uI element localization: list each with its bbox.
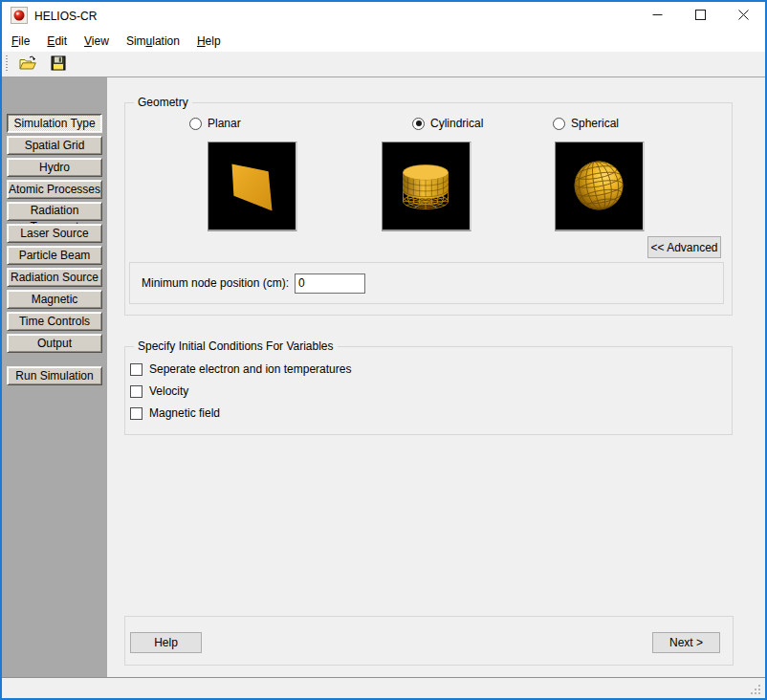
- footer-panel: Help Next >: [124, 616, 734, 666]
- sidebar-item-particle-beam[interactable]: Particle Beam: [7, 246, 102, 265]
- checkbox-velocity[interactable]: [130, 385, 142, 398]
- radio-spherical[interactable]: [553, 118, 565, 130]
- window-title: HELIOS-CR: [34, 10, 97, 23]
- sidebar-item-magnetic[interactable]: Magnetic: [7, 290, 102, 309]
- geometry-option-planar: Planar: [189, 117, 241, 130]
- radio-spherical-label[interactable]: Spherical: [571, 117, 619, 130]
- radio-planar-label[interactable]: Planar: [208, 117, 241, 130]
- sidebar-item-simulation-type[interactable]: Simulation Type: [7, 114, 102, 133]
- menu-edit[interactable]: Edit: [38, 32, 76, 51]
- menu-view[interactable]: View: [76, 32, 118, 51]
- close-button[interactable]: [722, 2, 765, 30]
- radio-planar[interactable]: [189, 118, 202, 130]
- save-floppy-icon: [49, 54, 68, 76]
- sidebar-item-spatial-grid[interactable]: Spatial Grid: [7, 136, 102, 155]
- close-icon: [738, 9, 749, 23]
- next-button[interactable]: Next >: [652, 632, 720, 653]
- toolbar: [2, 52, 765, 77]
- min-node-panel: Minimum node position (cm):: [129, 262, 724, 304]
- open-folder-icon: [18, 54, 37, 76]
- maximize-icon: [695, 9, 706, 23]
- min-node-label: Minimum node position (cm):: [142, 276, 289, 290]
- checkbox-magnetic-field-label[interactable]: Magnetic field: [149, 406, 220, 420]
- sidebar-item-output[interactable]: Output: [7, 334, 102, 353]
- run-simulation-button[interactable]: Run Simulation: [7, 366, 102, 385]
- checkrow-temperatures: Seperate electron and ion temperatures: [130, 362, 351, 376]
- menu-file[interactable]: File: [3, 32, 38, 51]
- radio-cylindrical[interactable]: [412, 118, 425, 130]
- menu-help[interactable]: Help: [188, 32, 230, 51]
- advanced-button[interactable]: << Advanced: [647, 236, 721, 258]
- sidebar-item-radiation-source[interactable]: Radiation Source: [7, 268, 102, 287]
- min-node-position-input[interactable]: [295, 273, 365, 294]
- title-bar: HELIOS-CR: [2, 2, 765, 30]
- minimize-icon: [652, 9, 663, 23]
- save-file-button[interactable]: [47, 54, 70, 75]
- checkrow-velocity: Velocity: [130, 384, 188, 398]
- sidebar-item-laser-source[interactable]: Laser Source: [7, 224, 102, 243]
- geometry-option-cylindrical: Cylindrical: [412, 117, 483, 130]
- app-icon: [11, 7, 28, 24]
- geometry-option-spherical: Spherical: [553, 117, 619, 130]
- checkrow-magnetic-field: Magnetic field: [130, 406, 220, 420]
- sidebar-item-radiation-transport[interactable]: Radiation Transport: [7, 202, 102, 221]
- minimize-button[interactable]: [636, 2, 679, 30]
- planar-thumbnail: [208, 142, 297, 231]
- radio-cylindrical-label[interactable]: Cylindrical: [430, 117, 483, 130]
- status-bar: [2, 677, 765, 699]
- menu-bar: File Edit View Simulation Help: [2, 30, 765, 52]
- sidebar-item-atomic-processes[interactable]: Atomic Processes: [7, 180, 102, 199]
- open-file-button[interactable]: [16, 54, 39, 75]
- help-button[interactable]: Help: [130, 632, 202, 653]
- checkbox-magnetic-field[interactable]: [130, 407, 142, 420]
- initial-conditions-groupbox: Specify Initial Conditions For Variables…: [124, 346, 733, 435]
- spherical-thumbnail: [555, 142, 645, 231]
- sidebar-item-time-controls[interactable]: Time Controls: [7, 312, 102, 331]
- sidebar: Simulation Type Spatial Grid Hydro Atomi…: [2, 77, 107, 677]
- sidebar-item-hydro[interactable]: Hydro: [7, 158, 102, 177]
- menu-simulation[interactable]: Simulation: [118, 32, 188, 51]
- resize-grip[interactable]: [758, 692, 760, 694]
- app-window: HELIOS-CR File Edit View Simulation: [0, 0, 767, 700]
- maximize-button[interactable]: [679, 2, 722, 30]
- toolbar-gripper: [6, 55, 9, 73]
- geometry-group-label: Geometry: [134, 96, 192, 109]
- checkbox-velocity-label[interactable]: Velocity: [149, 384, 188, 398]
- geometry-groupbox: Geometry Planar Cylindrical Spherical: [124, 102, 733, 316]
- window-controls: [636, 2, 765, 30]
- checkbox-separate-temperatures-label[interactable]: Seperate electron and ion temperatures: [149, 362, 351, 376]
- checkbox-separate-temperatures[interactable]: [130, 363, 142, 376]
- cylindrical-thumbnail: [382, 142, 471, 231]
- initial-conditions-group-label: Specify Initial Conditions For Variables: [134, 339, 338, 353]
